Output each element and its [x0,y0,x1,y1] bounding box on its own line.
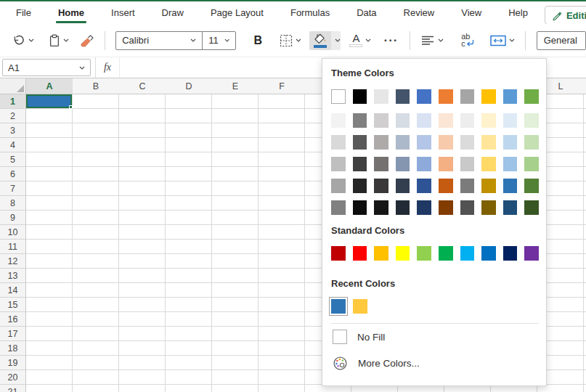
color-swatch-ffe599[interactable] [481,135,496,150]
menu-tab-data[interactable]: Data [357,1,376,24]
color-swatch-ededed[interactable] [460,113,475,128]
wrap-text-button[interactable]: ab c [458,30,477,50]
color-swatch-4472c4[interactable] [417,89,431,104]
color-swatch-8eaadb[interactable] [417,157,431,171]
row-header-19[interactable]: 19 [0,356,26,370]
menu-tab-insert[interactable]: Insert [111,1,135,24]
color-swatch-3a3838[interactable] [374,179,388,193]
menu-tab-file[interactable]: File [16,1,31,24]
color-swatch-b4c6e7[interactable] [417,135,431,150]
color-swatch-fbe5d5[interactable] [439,113,453,128]
row-header-12[interactable]: 12 [0,254,26,269]
selected-cell-a1[interactable] [26,94,72,108]
color-swatch-ffd966[interactable] [481,157,496,171]
menu-tab-formulas[interactable]: Formulas [290,1,330,24]
editing-mode-button[interactable]: Editing [545,6,586,25]
menu-tab-review[interactable]: Review [404,1,435,24]
color-swatch-002060[interactable] [503,246,518,261]
color-swatch-7b7b7b[interactable] [460,179,475,193]
menu-tab-home[interactable]: Home [58,1,84,24]
color-swatch-e7e6e6[interactable] [374,89,388,104]
color-swatch-c00000[interactable] [331,246,346,261]
row-header-13[interactable]: 13 [0,269,26,283]
column-header-a[interactable]: A [26,78,73,94]
fill-color-bucket-icon[interactable] [309,31,331,50]
color-swatch-ffc83d[interactable] [353,299,367,314]
column-header-d[interactable]: D [166,78,213,94]
row-header-4[interactable]: 4 [0,138,26,152]
color-swatch-8496b0[interactable] [396,157,410,171]
color-swatch-ffff00[interactable] [396,246,410,261]
borders-button[interactable] [277,31,304,50]
color-swatch-f2f2f2[interactable] [331,113,346,128]
row-header-1[interactable]: 1 [0,94,26,109]
row-header-5[interactable]: 5 [0,152,26,167]
color-swatch-808080[interactable] [331,200,346,215]
color-swatch-ed7d31[interactable] [439,89,453,104]
undo-button[interactable] [9,32,37,49]
color-swatch-0070c0[interactable] [481,246,496,261]
color-swatch-ffffff[interactable] [331,89,346,104]
color-swatch-808080[interactable] [353,113,367,128]
color-swatch-c55a11[interactable] [439,179,453,193]
color-swatch-ffc000[interactable] [481,89,496,104]
row-header-10[interactable]: 10 [0,225,26,240]
color-swatch-fff2cc[interactable] [481,113,496,128]
number-format-combobox[interactable]: General [537,31,586,50]
row-header-15[interactable]: 15 [0,298,26,312]
row-header-18[interactable]: 18 [0,341,26,356]
column-header-e[interactable]: E [212,78,259,94]
fill-handle[interactable] [69,105,73,109]
font-size-combobox[interactable]: 11 [202,32,235,49]
color-swatch-d0cece[interactable] [374,113,388,128]
merge-cells-button[interactable] [487,32,518,49]
paste-button[interactable] [46,31,72,50]
color-swatch-9dc3e6[interactable] [503,157,518,171]
row-header-16[interactable]: 16 [0,312,26,327]
row-header-2[interactable]: 2 [0,109,26,123]
color-swatch-538135[interactable] [524,179,539,193]
color-swatch-7f6000[interactable] [481,200,496,215]
color-swatch-757171[interactable] [374,157,388,171]
color-swatch-d6dce4[interactable] [396,113,410,128]
font-name-combobox[interactable]: Calibri [116,32,202,49]
color-swatch-a8d08d[interactable] [524,157,539,171]
color-swatch-ffc000[interactable] [374,246,388,261]
color-swatch-bdd7ee[interactable] [503,135,518,150]
more-options-button[interactable]: ··· [379,33,402,48]
font-color-button[interactable]: A [346,30,374,50]
color-swatch-0d0d0d[interactable] [353,200,367,215]
color-swatch-dbdbdb[interactable] [460,135,475,150]
color-swatch-595959[interactable] [353,135,367,150]
color-swatch-222b35[interactable] [396,200,410,215]
color-swatch-acb9ca[interactable] [396,135,410,150]
color-swatch-a6a6a6[interactable] [331,179,346,193]
row-header-9[interactable]: 9 [0,211,26,225]
color-swatch-e2efd9[interactable] [524,113,539,128]
color-swatch-2e75b5[interactable] [331,299,346,314]
select-all-button[interactable] [0,78,26,94]
color-swatch-000000[interactable] [353,89,367,104]
color-swatch-92d050[interactable] [417,246,431,261]
color-swatch-404040[interactable] [353,157,367,171]
color-swatch-bf9000[interactable] [481,179,496,193]
more-colors-option[interactable]: More Colors... [331,350,539,377]
menu-tab-draw[interactable]: Draw [162,1,184,24]
row-header-3[interactable]: 3 [0,123,26,138]
fill-color-dropdown-arrow[interactable] [331,31,340,50]
name-box[interactable]: A1 [2,59,91,76]
row-header-14[interactable]: 14 [0,283,26,298]
color-swatch-262626[interactable] [353,179,367,193]
column-header-b[interactable]: B [73,78,120,94]
format-painter-button[interactable] [77,31,97,50]
color-swatch-161616[interactable] [374,200,388,215]
color-swatch-385623[interactable] [524,200,539,215]
color-swatch-5b9bd5[interactable] [503,89,518,104]
color-swatch-2e75b5[interactable] [503,179,518,193]
color-swatch-2f5496[interactable] [417,179,431,193]
row-header-21[interactable]: 21 [0,385,26,392]
color-swatch-44546a[interactable] [396,89,410,104]
color-swatch-333f4f[interactable] [396,179,410,193]
column-header-f[interactable]: F [259,78,306,94]
color-swatch-7030a0[interactable] [524,246,539,261]
